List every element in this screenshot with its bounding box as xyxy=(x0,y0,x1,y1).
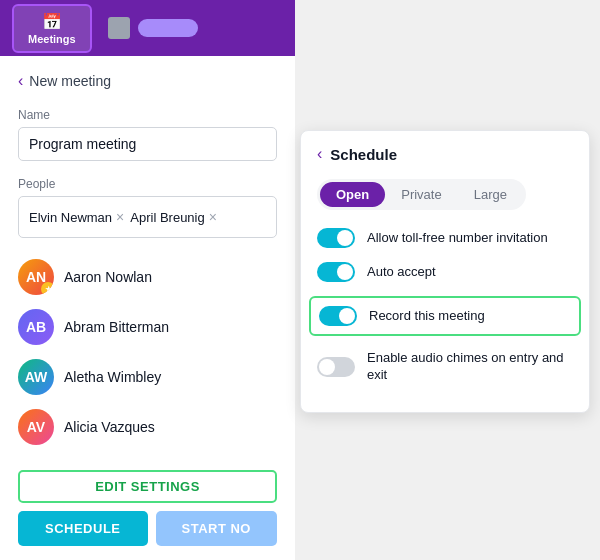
action-buttons: SCHEDULE START NO xyxy=(18,511,277,546)
tag-elvin-name: Elvin Newman xyxy=(29,210,112,225)
auto-accept-toggle[interactable] xyxy=(317,262,355,282)
form-area: ‹ New meeting Name People Elvin Newman ×… xyxy=(0,56,295,460)
back-label: New meeting xyxy=(29,73,111,89)
tag-elvin: Elvin Newman × xyxy=(29,209,124,225)
list-item: AW Aletha Wimbley xyxy=(18,352,277,402)
schedule-panel: ‹ Schedule Open Private Large Allow toll… xyxy=(300,130,590,413)
people-field-label: People xyxy=(18,177,277,191)
bottom-buttons: EDIT SETTINGS SCHEDULE START NO xyxy=(0,460,295,560)
list-item: AN ★ Aaron Nowlan xyxy=(18,252,277,302)
auto-accept-label: Auto accept xyxy=(367,264,436,281)
toll-free-label: Allow toll-free number invitation xyxy=(367,230,548,247)
person-name-abram: Abram Bitterman xyxy=(64,319,169,335)
list-item: AB Abram Bitterman xyxy=(18,302,277,352)
type-private-button[interactable]: Private xyxy=(385,182,457,207)
avatar-abram: AB xyxy=(18,309,54,345)
type-selector: Open Private Large xyxy=(317,179,526,210)
tag-april-name: April Breunig xyxy=(130,210,204,225)
schedule-title: Schedule xyxy=(330,146,397,163)
start-now-button[interactable]: START NO xyxy=(156,511,278,546)
meetings-tab-label: Meetings xyxy=(28,33,76,45)
people-box[interactable]: Elvin Newman × April Breunig × xyxy=(18,196,277,238)
chimes-toggle[interactable] xyxy=(317,357,355,377)
people-list: AN ★ Aaron Nowlan AB Abram Bitterman AW … xyxy=(18,252,277,452)
schedule-header: ‹ Schedule xyxy=(317,145,573,163)
name-field-label: Name xyxy=(18,108,277,122)
meetings-icon: 📅 xyxy=(42,12,62,31)
record-toggle[interactable] xyxy=(319,306,357,326)
person-name-aaron: Aaron Nowlan xyxy=(64,269,152,285)
avatar-alicia: AV xyxy=(18,409,54,445)
record-knob xyxy=(339,308,355,324)
toll-free-row: Allow toll-free number invitation xyxy=(317,228,573,248)
auto-accept-knob xyxy=(337,264,353,280)
meetings-tab[interactable]: 📅 Meetings xyxy=(12,4,92,53)
tag-april: April Breunig × xyxy=(130,209,217,225)
record-row: Record this meeting xyxy=(309,296,581,336)
left-panel: 📅 Meetings ‹ New meeting Name People Elv… xyxy=(0,0,295,560)
chimes-label: Enable audio chimes on entry and exit xyxy=(367,350,573,384)
list-item: AV Alicia Vazques xyxy=(18,402,277,452)
person-name-aletha: Aletha Wimbley xyxy=(64,369,161,385)
nav-avatar xyxy=(108,17,130,39)
avatar-aletha: AW xyxy=(18,359,54,395)
avatar-aaron: AN ★ xyxy=(18,259,54,295)
record-label: Record this meeting xyxy=(369,308,485,325)
type-large-button[interactable]: Large xyxy=(458,182,523,207)
name-input[interactable] xyxy=(18,127,277,161)
person-name-alicia: Alicia Vazques xyxy=(64,419,155,435)
schedule-button[interactable]: SCHEDULE xyxy=(18,511,148,546)
schedule-back-icon[interactable]: ‹ xyxy=(317,145,322,163)
auto-accept-row: Auto accept xyxy=(317,262,573,282)
chimes-knob xyxy=(319,359,335,375)
tag-elvin-remove[interactable]: × xyxy=(116,209,124,225)
edit-settings-button[interactable]: EDIT SETTINGS xyxy=(18,470,277,503)
nav-pill xyxy=(138,19,198,37)
top-nav: 📅 Meetings xyxy=(0,0,295,56)
crown-badge: ★ xyxy=(41,282,54,295)
back-chevron-icon[interactable]: ‹ xyxy=(18,72,23,90)
type-open-button[interactable]: Open xyxy=(320,182,385,207)
tag-april-remove[interactable]: × xyxy=(209,209,217,225)
toll-free-toggle[interactable] xyxy=(317,228,355,248)
back-row: ‹ New meeting xyxy=(18,72,277,90)
chimes-row: Enable audio chimes on entry and exit xyxy=(317,350,573,384)
toll-free-knob xyxy=(337,230,353,246)
nav-right xyxy=(108,17,198,39)
